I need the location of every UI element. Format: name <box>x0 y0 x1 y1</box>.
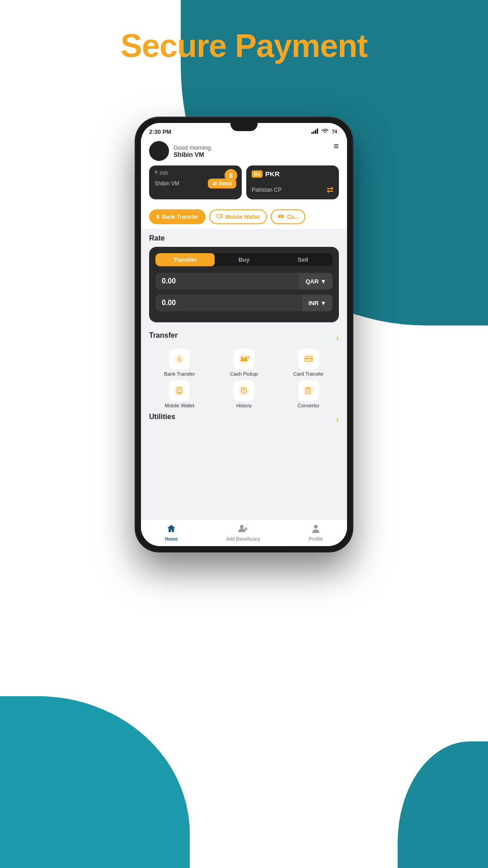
svg-point-26 <box>314 525 318 528</box>
app-content: Good morning, Shibin VM ≡ ₹ INR <box>141 137 347 546</box>
svg-point-20 <box>303 385 314 396</box>
rate-section: Rate Transfer Buy Sell QAR <box>141 229 347 328</box>
rate-tab-buy[interactable]: Buy <box>215 253 274 266</box>
greeting-block: Good morning, Shibin VM <box>149 141 212 161</box>
svg-text:$: $ <box>178 356 182 363</box>
add-beneficiary-label: Add Beneficiary <box>226 537 260 542</box>
rate-tab-sell[interactable]: Sell <box>273 253 333 266</box>
cash-pickup-icon-bg <box>234 349 254 369</box>
svg-rect-3 <box>317 128 318 134</box>
transfer-section: Transfer › $ Bank Transfe <box>141 328 347 410</box>
transfer-section-header: Transfer › <box>149 331 339 344</box>
cash-icon-tab <box>278 213 284 221</box>
cash-pickup-icon <box>238 353 250 365</box>
from-currency-card[interactable]: ₹ INR $ Shibin VM ⇄ Send <box>149 165 242 199</box>
card-transfer-icon-bg <box>298 349 319 369</box>
from-currency-icon: $ <box>225 169 237 182</box>
from-currency-selector[interactable]: QAR ▼ <box>299 274 333 289</box>
tab-cash[interactable]: Ca... <box>271 209 305 224</box>
mobile-wallet-icon <box>173 384 186 397</box>
add-beneficiary-icon <box>238 524 249 536</box>
nav-profile[interactable]: Profile <box>309 524 323 542</box>
utilities-chevron-icon[interactable]: › <box>336 415 339 424</box>
background-bottom-left <box>0 696 190 868</box>
svg-rect-4 <box>217 214 222 218</box>
home-label: Home <box>165 537 178 542</box>
transfer-item-bank[interactable]: $ Bank Transfer <box>149 349 210 377</box>
rate-title: Rate <box>149 234 339 242</box>
transfer-chevron-icon[interactable]: › <box>336 333 339 343</box>
rate-input-from: QAR ▼ <box>155 273 333 290</box>
page-title: Secure Payment <box>0 27 488 64</box>
history-icon <box>238 384 250 397</box>
to-currency-card[interactable]: Rs PKR Pakistan CP ⇄ <box>246 165 339 199</box>
hamburger-icon[interactable]: ≡ <box>333 141 339 151</box>
mobile-wallet-icon-bg <box>169 380 190 401</box>
to-amount-input[interactable] <box>155 294 302 311</box>
greeting-text: Good morning, <box>174 144 212 151</box>
svg-rect-1 <box>313 131 314 134</box>
battery-icon: 74 <box>330 129 339 135</box>
rate-card: Transfer Buy Sell QAR ▼ <box>149 247 339 322</box>
transfer-item-convertor[interactable]: Convertor <box>278 380 339 408</box>
avatar <box>149 141 169 161</box>
bank-transfer-icon: $ <box>174 353 185 365</box>
transfer-item-cash[interactable]: Cash Pickup <box>214 349 275 377</box>
nav-home[interactable]: Home <box>165 524 178 542</box>
transfer-icon-grid: $ Bank Transfer <box>149 349 339 408</box>
transfer-item-wallet[interactable]: Mobile Wallet <box>149 380 210 408</box>
convertor-icon <box>302 384 315 397</box>
convertor-icon-bg <box>298 380 319 401</box>
phone-mockup: 2:30 PM 74 <box>136 118 352 552</box>
svg-rect-5 <box>220 216 221 217</box>
destination-name: Pakistan CP <box>252 187 282 193</box>
user-name: Shibin VM <box>174 151 212 158</box>
wifi-icon <box>321 128 328 135</box>
background-bottom-right <box>398 741 488 868</box>
svg-point-9 <box>241 357 244 359</box>
svg-rect-13 <box>305 358 312 359</box>
currency-row: ₹ INR $ Shibin VM ⇄ Send <box>149 165 339 199</box>
from-amount-input[interactable] <box>155 273 299 290</box>
transfer-item-card[interactable]: Card Transfer <box>278 349 339 377</box>
cash-pickup-label: Cash Pickup <box>230 371 258 377</box>
svg-point-10 <box>244 357 247 359</box>
mobile-wallet-label: Mobile Wallet <box>165 403 195 408</box>
status-icons: 74 <box>311 128 339 135</box>
transfer-arrows-icon: ⇄ <box>212 180 217 187</box>
profile-label: Profile <box>309 537 323 542</box>
dollar-icon: $ <box>156 214 160 220</box>
svg-rect-2 <box>315 130 316 134</box>
profile-icon <box>311 524 320 536</box>
wallet-icon-tab <box>216 213 223 221</box>
tab-mobile-wallet[interactable]: Mobile Wallet <box>209 209 267 224</box>
nav-add-beneficiary[interactable]: Add Beneficiary <box>226 524 260 542</box>
transfer-tabs: $ Bank Transfer Mobile Wallet <box>141 205 347 229</box>
swap-icon[interactable]: ⇄ <box>327 185 333 195</box>
tab-bank-transfer[interactable]: $ Bank Transfer <box>149 209 206 224</box>
convertor-label: Convertor <box>298 403 319 408</box>
history-icon-bg <box>234 380 254 401</box>
rate-input-to: INR ▼ <box>155 294 333 311</box>
rs-badge: Rs <box>252 170 263 178</box>
history-label: History <box>236 403 252 408</box>
home-icon <box>166 524 176 536</box>
utilities-section-header: Utilities › <box>149 413 339 425</box>
rate-tabs: Transfer Buy Sell <box>155 253 333 266</box>
signal-icon <box>311 128 319 135</box>
transfer-item-history[interactable]: History <box>214 380 275 408</box>
bank-transfer-icon-bg: $ <box>169 349 190 369</box>
to-currency-selector[interactable]: INR ▼ <box>302 295 333 311</box>
dropdown-arrow-icon: ▼ <box>320 278 326 285</box>
svg-point-25 <box>240 525 244 528</box>
dropdown-arrow-icon-2: ▼ <box>320 300 326 307</box>
rate-tab-transfer[interactable]: Transfer <box>155 253 215 266</box>
svg-rect-17 <box>178 388 181 391</box>
svg-rect-16 <box>178 392 181 393</box>
phone-notch <box>230 123 258 131</box>
transfer-section-title: Transfer <box>149 331 178 340</box>
from-currency-flag: ₹ INR <box>155 170 236 176</box>
bottom-nav: Home Add Beneficiary <box>141 519 347 546</box>
card-transfer-icon <box>302 353 315 365</box>
status-time: 2:30 PM <box>149 128 171 135</box>
